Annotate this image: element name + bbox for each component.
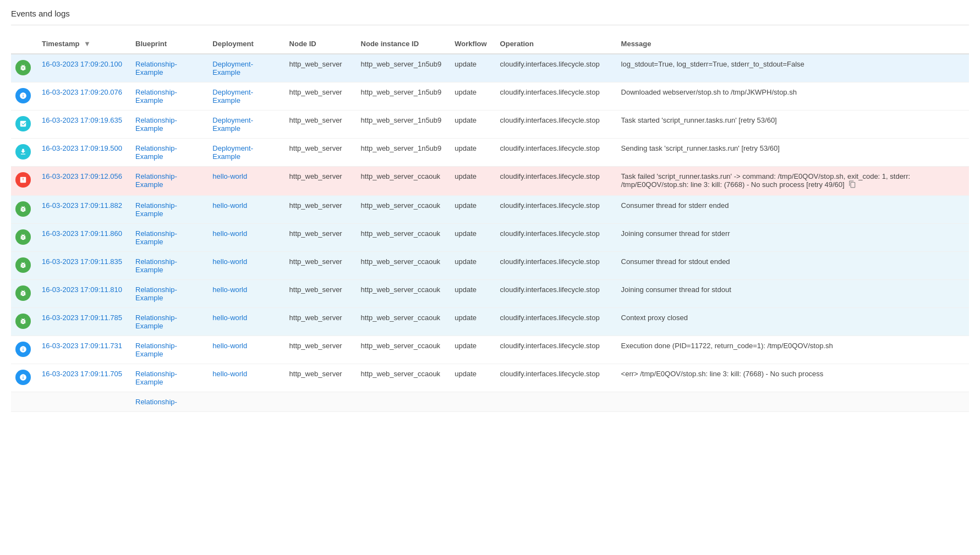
blueprint-cell: Relationship-Example: [129, 196, 206, 224]
operation-cell: [494, 392, 615, 412]
node-id-cell: http_web_server: [283, 83, 354, 111]
deployment-cell: hello-world: [206, 252, 282, 280]
timestamp-link[interactable]: 16-03-2023 17:09:11.810: [42, 285, 122, 294]
message-text: Task failed 'script_runner.tasks.run' ->…: [621, 172, 911, 189]
timestamp-cell: 16-03-2023 17:09:19.500: [35, 139, 129, 167]
bug-icon: [15, 257, 31, 273]
message-cell: log_stdout=True, log_stderr=True, stderr…: [615, 54, 969, 83]
blueprint-cell: Relationship-Example: [129, 111, 206, 139]
timestamp-cell: [35, 392, 129, 412]
deployment-link[interactable]: hello-world: [212, 370, 247, 378]
timestamp-link[interactable]: 16-03-2023 17:09:19.500: [42, 144, 122, 152]
col-icon: [11, 34, 35, 54]
timestamp-cell: 16-03-2023 17:09:11.860: [35, 224, 129, 252]
download-icon: [15, 144, 31, 160]
col-nodeinstanceid: Node instance ID: [354, 34, 448, 54]
deployment-link[interactable]: Deployment-Example: [212, 88, 253, 105]
info-icon: [15, 342, 31, 357]
copy-icon[interactable]: [848, 180, 856, 190]
deployment-link[interactable]: hello-world: [212, 172, 247, 180]
workflow-cell: update: [448, 111, 493, 139]
icon-cell: [11, 54, 35, 83]
blueprint-link[interactable]: Relationship-Example: [135, 285, 177, 302]
workflow-cell: update: [448, 139, 493, 167]
timestamp-cell: 16-03-2023 17:09:12.056: [35, 167, 129, 196]
node-instance-id-cell: [354, 392, 448, 412]
blueprint-link[interactable]: Relationship-Example: [135, 88, 177, 105]
timestamp-link[interactable]: 16-03-2023 17:09:12.056: [42, 172, 122, 180]
node-id-cell: http_web_server: [283, 139, 354, 167]
node-instance-id-cell: http_web_server_ccaouk: [354, 224, 448, 252]
deployment-cell: Deployment-Example: [206, 54, 282, 83]
sort-arrow-icon: ▼: [84, 40, 91, 48]
table-wrapper: Timestamp ▼ Blueprint Deployment Node ID…: [11, 34, 969, 412]
operation-cell: cloudify.interfaces.lifecycle.stop: [494, 224, 615, 252]
timestamp-link[interactable]: 16-03-2023 17:09:11.785: [42, 314, 122, 322]
icon-cell: [11, 139, 35, 167]
operation-cell: cloudify.interfaces.lifecycle.stop: [494, 280, 615, 308]
timestamp-link[interactable]: 16-03-2023 17:09:19.635: [42, 116, 122, 124]
timestamp-cell: 16-03-2023 17:09:20.100: [35, 54, 129, 83]
blueprint-link[interactable]: Relationship-Example: [135, 201, 177, 218]
blueprint-link[interactable]: Relationship-: [135, 398, 177, 406]
timestamp-cell: 16-03-2023 17:09:11.810: [35, 280, 129, 308]
node-id-cell: http_web_server: [283, 196, 354, 224]
blueprint-link[interactable]: Relationship-Example: [135, 257, 177, 274]
tasks-icon: [15, 116, 31, 131]
table-row: 16-03-2023 17:09:19.635Relationship-Exam…: [11, 111, 969, 139]
operation-cell: cloudify.interfaces.lifecycle.stop: [494, 83, 615, 111]
blueprint-link[interactable]: Relationship-Example: [135, 60, 177, 76]
blueprint-link[interactable]: Relationship-Example: [135, 116, 177, 133]
message-cell: <err> /tmp/E0QOV/stop.sh: line 3: kill: …: [615, 364, 969, 392]
blueprint-link[interactable]: Relationship-Example: [135, 314, 177, 330]
blueprint-link[interactable]: Relationship-Example: [135, 370, 177, 386]
node-id-cell: http_web_server: [283, 308, 354, 336]
node-instance-id-cell: http_web_server_ccaouk: [354, 196, 448, 224]
timestamp-link[interactable]: 16-03-2023 17:09:20.076: [42, 88, 122, 96]
timestamp-cell: 16-03-2023 17:09:11.731: [35, 336, 129, 364]
deployment-link[interactable]: hello-world: [212, 201, 247, 210]
timestamp-link[interactable]: 16-03-2023 17:09:11.882: [42, 201, 122, 210]
bug-icon: [15, 314, 31, 329]
node-id-cell: http_web_server: [283, 252, 354, 280]
node-id-cell: http_web_server: [283, 336, 354, 364]
blueprint-link[interactable]: Relationship-Example: [135, 342, 177, 358]
deployment-link[interactable]: Deployment-Example: [212, 116, 253, 133]
deployment-link[interactable]: hello-world: [212, 342, 247, 350]
table-row: 16-03-2023 17:09:11.705Relationship-Exam…: [11, 364, 969, 392]
deployment-link[interactable]: Deployment-Example: [212, 60, 253, 76]
timestamp-cell: 16-03-2023 17:09:19.635: [35, 111, 129, 139]
timestamp-link[interactable]: 16-03-2023 17:09:11.860: [42, 229, 122, 238]
workflow-cell: [448, 392, 493, 412]
node-instance-id-cell: http_web_server_1n5ub9: [354, 139, 448, 167]
message-cell: Consumer thread for stderr ended: [615, 196, 969, 224]
deployment-link[interactable]: hello-world: [212, 229, 247, 238]
deployment-link[interactable]: hello-world: [212, 314, 247, 322]
deployment-link[interactable]: hello-world: [212, 257, 247, 266]
blueprint-cell: Relationship-Example: [129, 167, 206, 196]
icon-cell: [11, 167, 35, 196]
col-timestamp[interactable]: Timestamp ▼: [35, 34, 129, 54]
timestamp-link[interactable]: 16-03-2023 17:09:11.835: [42, 257, 122, 266]
blueprint-link[interactable]: Relationship-Example: [135, 172, 177, 189]
blueprint-link[interactable]: Relationship-Example: [135, 229, 177, 246]
deployment-cell: Deployment-Example: [206, 111, 282, 139]
message-cell: Consumer thread for stdout ended: [615, 252, 969, 280]
deployment-cell: hello-world: [206, 364, 282, 392]
table-row: 16-03-2023 17:09:11.882Relationship-Exam…: [11, 196, 969, 224]
deployment-link[interactable]: hello-world: [212, 285, 247, 294]
node-instance-id-cell: http_web_server_1n5ub9: [354, 54, 448, 83]
col-message: Message: [615, 34, 969, 54]
workflow-cell: update: [448, 280, 493, 308]
timestamp-link[interactable]: 16-03-2023 17:09:11.731: [42, 342, 122, 350]
error-icon: [15, 172, 31, 188]
deployment-link[interactable]: Deployment-Example: [212, 144, 253, 161]
deployment-cell: Deployment-Example: [206, 139, 282, 167]
table-row: Relationship-: [11, 392, 969, 412]
info-icon: [15, 370, 31, 385]
timestamp-link[interactable]: 16-03-2023 17:09:20.100: [42, 60, 122, 68]
timestamp-link[interactable]: 16-03-2023 17:09:11.705: [42, 370, 122, 378]
message-cell: Downloaded webserver/stop.sh to /tmp/JKW…: [615, 83, 969, 111]
icon-cell: [11, 111, 35, 139]
blueprint-link[interactable]: Relationship-Example: [135, 144, 177, 161]
